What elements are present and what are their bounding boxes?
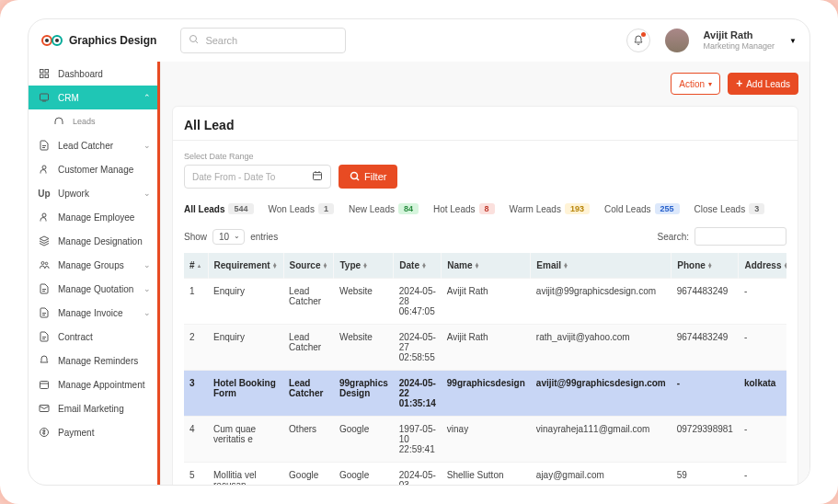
sidebar-item-label: Manage Employee: [58, 212, 151, 223]
svg-rect-25: [40, 382, 49, 389]
tab-warm-leads[interactable]: Warm Leads193: [510, 200, 590, 218]
sidebar-item-manage-employee[interactable]: Manage Employee: [29, 205, 160, 229]
sidebar: DashboardCRM⌃LeadsLead Catcher⌄Customer …: [29, 62, 161, 485]
show-label: Show: [184, 232, 207, 242]
up-icon: Up: [38, 189, 51, 199]
tab-count-badge: 84: [398, 203, 419, 214]
column-header[interactable]: Name▲▼: [442, 253, 531, 279]
svg-rect-29: [314, 173, 322, 180]
group-icon: [38, 259, 51, 270]
sidebar-item-lead-catcher[interactable]: Lead Catcher⌄: [29, 133, 160, 157]
sidebar-item-customer-manage[interactable]: Customer Manage: [29, 157, 160, 181]
filter-label: Select Date Range: [184, 152, 786, 161]
sort-icon: ▲: [197, 265, 202, 269]
leads-table: #▲Requirement▲▼Source▲▼Type▲▼Date▲▼Name▲…: [184, 253, 786, 485]
table-cell: 9674483249: [672, 279, 739, 325]
svg-line-34: [357, 178, 360, 181]
tab-count-badge: 8: [479, 203, 495, 214]
doc-icon: [38, 283, 51, 294]
tab-label: New Leads: [349, 204, 395, 214]
table-cell: -: [739, 325, 786, 371]
svg-point-2: [45, 39, 49, 42]
sidebar-item-contract[interactable]: Contract: [29, 325, 160, 349]
tab-label: Won Leads: [269, 204, 315, 214]
sidebar-item-label: Lead Catcher: [58, 141, 136, 151]
calendar-icon: [312, 170, 323, 183]
sidebar-item-upwork[interactable]: UpUpwork⌄: [29, 181, 160, 205]
table-row[interactable]: 5Mollitia vel recusanGoogleGoogle2024-05…: [184, 463, 786, 486]
sidebar-item-label: Customer Manage: [58, 165, 151, 175]
person-icon: [38, 212, 51, 223]
table-cell: 1997-05-10 22:59:41: [394, 417, 442, 463]
table-cell: kolkata: [739, 371, 786, 417]
table-cell: 99graphics Design: [334, 371, 394, 417]
sidebar-item-manage-quotation[interactable]: Manage Quotation⌄: [29, 277, 160, 301]
action-dropdown[interactable]: Action ▾: [671, 73, 720, 95]
table-row[interactable]: 1EnquiryLead CatcherWebsite2024-05-28 06…: [184, 279, 786, 325]
svg-marker-16: [40, 236, 49, 241]
table-search-input[interactable]: [695, 227, 786, 246]
svg-line-5: [196, 41, 199, 44]
filter-button[interactable]: Filter: [339, 165, 397, 189]
sidebar-item-manage-groups[interactable]: Manage Groups⌄: [29, 253, 160, 277]
logo[interactable]: Graphics Design: [41, 33, 156, 48]
sidebar-item-manage-reminders[interactable]: Manage Reminders: [29, 349, 160, 372]
user-avatar[interactable]: [665, 29, 689, 52]
sidebar-item-crm[interactable]: CRM⌃: [29, 86, 160, 109]
table-cell: Google: [334, 417, 394, 463]
sidebar-item-payment[interactable]: Payment: [29, 420, 160, 444]
search-icon: [189, 34, 200, 47]
table-cell: 09729398981: [672, 417, 739, 463]
table-row[interactable]: 3Hotel Booking FormLead Catcher99graphic…: [184, 371, 786, 417]
svg-point-18: [45, 262, 48, 265]
column-header[interactable]: Source▲▼: [283, 253, 334, 279]
tab-new-leads[interactable]: New Leads84: [349, 200, 419, 218]
column-header[interactable]: Date▲▼: [394, 253, 442, 279]
sidebar-item-manage-appointment[interactable]: Manage Appointment: [29, 372, 160, 396]
svg-point-14: [42, 166, 46, 169]
table-cell: Lead Catcher: [283, 279, 334, 325]
bell-icon: [38, 355, 51, 366]
sidebar-item-email-marketing[interactable]: Email Marketing: [29, 396, 160, 420]
entries-select[interactable]: 10 ⌄: [212, 229, 245, 245]
sidebar-item-leads[interactable]: Leads: [29, 109, 160, 133]
sort-icon: ▲▼: [475, 263, 480, 269]
tab-all-leads[interactable]: All Leads544: [184, 200, 254, 218]
table-row[interactable]: 2EnquiryLead CatcherWebsite2024-05-27 02…: [184, 325, 786, 371]
svg-rect-10: [40, 94, 49, 100]
table-cell: 3: [184, 371, 208, 417]
tab-close-leads[interactable]: Close Leads3: [695, 200, 765, 218]
column-header[interactable]: #▲: [184, 253, 208, 279]
column-header[interactable]: Email▲▼: [531, 253, 672, 279]
sidebar-item-label: Upwork: [58, 189, 136, 199]
sort-icon: ▲▼: [707, 263, 713, 269]
notification-dot: [641, 32, 646, 37]
table-cell: Website: [334, 325, 394, 371]
tab-count-badge: 193: [565, 203, 590, 214]
sidebar-item-manage-invoice[interactable]: Manage Invoice⌄: [29, 301, 160, 325]
search-input[interactable]: Search: [180, 28, 346, 53]
column-header[interactable]: Type▲▼: [334, 253, 394, 279]
sidebar-item-dashboard[interactable]: Dashboard: [29, 62, 160, 86]
user-role: Marketing Manager: [704, 41, 775, 52]
table-row[interactable]: 4Cum quae veritatis eOthersGoogle1997-05…: [184, 417, 786, 463]
logo-icon: [41, 33, 63, 48]
chevron-down-icon: ⌄: [143, 141, 151, 150]
chevron-down-icon: ⌄: [143, 260, 151, 269]
date-range-input[interactable]: Date From - Date To: [184, 165, 331, 189]
user-menu[interactable]: Avijit Rath Marketing Manager: [704, 29, 775, 52]
table-search-label: Search:: [658, 232, 689, 242]
sidebar-item-label: Leads: [73, 117, 151, 126]
sort-icon: ▲▼: [362, 263, 368, 269]
column-header[interactable]: Requirement▲▼: [208, 253, 283, 279]
tab-cold-leads[interactable]: Cold Leads255: [604, 200, 680, 218]
entries-label: entries: [250, 232, 278, 242]
tab-hot-leads[interactable]: Hot Leads8: [433, 200, 495, 218]
add-leads-button[interactable]: + Add Leads: [728, 73, 798, 95]
column-header[interactable]: Address▲▼: [739, 253, 786, 279]
notifications-button[interactable]: [626, 29, 650, 52]
table-cell: vinayraheja111@gmail.com: [531, 417, 672, 463]
tab-won-leads[interactable]: Won Leads1: [269, 200, 334, 218]
sidebar-item-manage-designation[interactable]: Manage Designation: [29, 229, 160, 253]
column-header[interactable]: Phone▲▼: [672, 253, 739, 279]
